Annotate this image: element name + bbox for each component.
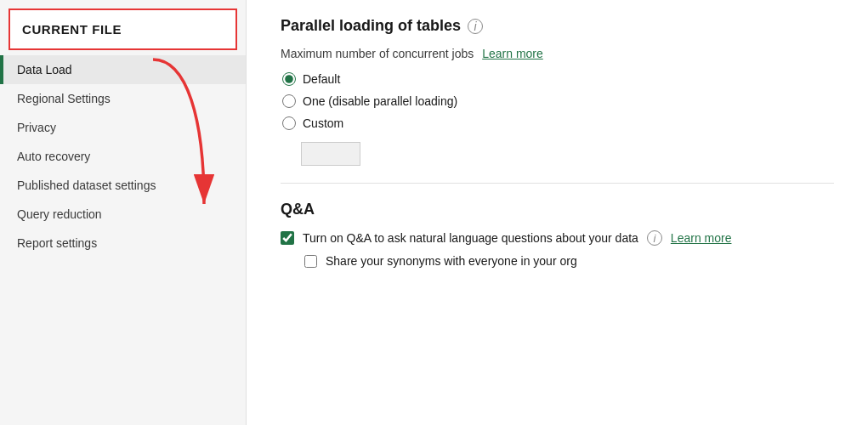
radio-default-label: Default — [303, 72, 340, 86]
parallel-loading-info-icon: i — [468, 19, 483, 34]
sidebar-item-label: Data Load — [17, 63, 72, 76]
sidebar-item-label: Regional Settings — [17, 92, 111, 105]
sidebar-item-label: Privacy — [17, 121, 56, 134]
sidebar: CURRENT FILE Data Load Regional Settings… — [0, 0, 247, 425]
parallel-loading-learn-more-link[interactable]: Learn more — [482, 47, 543, 60]
sidebar-nav: Data Load Regional Settings Privacy Auto… — [0, 55, 246, 258]
radio-option-custom[interactable]: Custom — [282, 116, 834, 130]
main-content: Parallel loading of tables i Maximum num… — [247, 0, 868, 425]
custom-value-input[interactable] — [301, 142, 360, 166]
radio-one[interactable] — [282, 94, 296, 108]
parallel-loading-section-title: Parallel loading of tables i — [281, 17, 834, 35]
concurrent-jobs-label: Maximum number of concurrent jobs — [281, 47, 474, 60]
qa-section-title: Q&A — [281, 201, 834, 218]
sidebar-item-label: Report settings — [17, 236, 97, 250]
concurrent-jobs-row: Maximum number of concurrent jobs Learn … — [281, 47, 834, 60]
section-divider — [281, 183, 834, 184]
sidebar-item-published-dataset-settings[interactable]: Published dataset settings — [0, 171, 246, 200]
current-file-header: CURRENT FILE — [9, 8, 237, 50]
radio-custom[interactable] — [282, 116, 296, 130]
share-synonyms-row: Share your synonyms with everyone in you… — [304, 254, 834, 268]
sidebar-item-regional-settings[interactable]: Regional Settings — [0, 84, 246, 113]
sidebar-item-label: Query reduction — [17, 207, 102, 221]
sidebar-item-report-settings[interactable]: Report settings — [0, 229, 246, 258]
radio-option-one[interactable]: One (disable parallel loading) — [282, 94, 834, 108]
turn-on-qa-checkbox[interactable] — [281, 231, 294, 245]
qa-learn-more-link[interactable]: Learn more — [671, 231, 732, 245]
sidebar-item-privacy[interactable]: Privacy — [0, 113, 246, 142]
sidebar-item-data-load[interactable]: Data Load — [0, 55, 246, 84]
qa-info-icon: i — [647, 230, 662, 246]
radio-default[interactable] — [282, 72, 296, 86]
sidebar-item-label: Auto recovery — [17, 150, 90, 163]
sidebar-item-auto-recovery[interactable]: Auto recovery — [0, 142, 246, 171]
turn-on-qa-row: Turn on Q&A to ask natural language ques… — [281, 230, 834, 246]
sidebar-item-label: Published dataset settings — [17, 178, 156, 192]
radio-one-label: One (disable parallel loading) — [303, 94, 457, 108]
sidebar-title: CURRENT FILE — [22, 22, 122, 37]
share-synonyms-checkbox[interactable] — [304, 255, 317, 268]
radio-option-default[interactable]: Default — [282, 72, 834, 86]
turn-on-qa-label: Turn on Q&A to ask natural language ques… — [303, 231, 638, 245]
parallel-loading-title: Parallel loading of tables — [281, 17, 461, 35]
sidebar-item-query-reduction[interactable]: Query reduction — [0, 200, 246, 229]
radio-custom-label: Custom — [303, 116, 343, 130]
parallel-loading-radio-group: Default One (disable parallel loading) C… — [282, 72, 834, 130]
custom-input-container — [301, 142, 834, 166]
share-synonyms-label: Share your synonyms with everyone in you… — [326, 254, 577, 268]
